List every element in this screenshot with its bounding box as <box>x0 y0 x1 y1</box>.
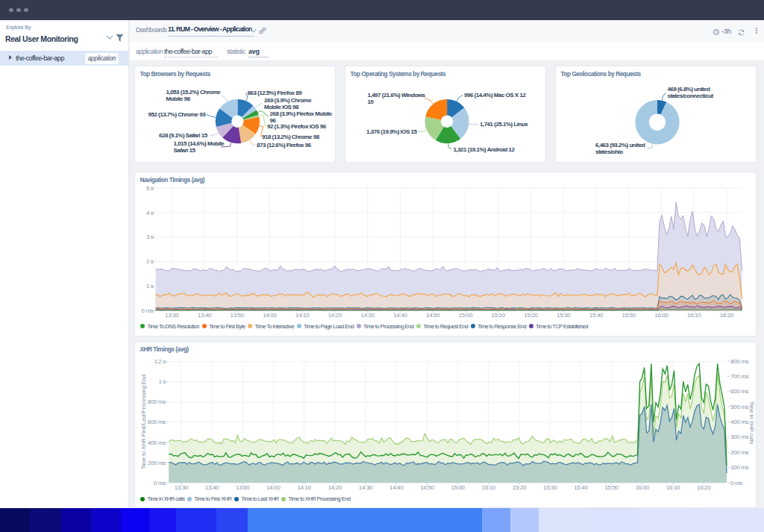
svg-text:0 ms: 0 ms <box>730 479 742 486</box>
svg-text:15:20: 15:20 <box>524 312 538 319</box>
svg-text:Safari 15: Safari 15 <box>174 147 196 154</box>
svg-text:628 (9.1%) Safari 15: 628 (9.1%) Safari 15 <box>159 132 208 139</box>
svg-text:1,053 (15.2%) Chrome: 1,053 (15.2%) Chrome <box>166 89 222 96</box>
svg-text:700 ms: 700 ms <box>730 372 748 379</box>
svg-text:13:40: 13:40 <box>198 312 212 319</box>
svg-text:states/connecticut: states/connecticut <box>668 93 714 99</box>
svg-text:6,463 (93.2%) united: 6,463 (93.2%) united <box>595 142 645 148</box>
svg-text:13:50: 13:50 <box>231 312 245 319</box>
svg-text:1.2 s: 1.2 s <box>154 358 166 365</box>
svg-text:1,321 (19.1%) Android 12: 1,321 (19.1%) Android 12 <box>454 146 516 153</box>
svg-text:92 (1.3%) Firefox iOS 96: 92 (1.3%) Firefox iOS 96 <box>267 123 327 130</box>
svg-text:1,741 (25.1%) Linux: 1,741 (25.1%) Linux <box>480 121 528 128</box>
svg-text:1,497 (21.6%) Windows: 1,497 (21.6%) Windows <box>368 92 426 98</box>
svg-text:15:50: 15:50 <box>622 312 636 319</box>
svg-text:400 ms: 400 ms <box>730 419 748 425</box>
svg-text:600 ms: 600 ms <box>730 388 748 395</box>
svg-text:16:20: 16:20 <box>720 312 734 319</box>
svg-text:16:00: 16:00 <box>654 312 668 319</box>
svg-text:873 (12.6%) Firefox 96: 873 (12.6%) Firefox 96 <box>257 142 312 148</box>
svg-text:15:40: 15:40 <box>589 312 604 319</box>
svg-text:300 ms: 300 ms <box>730 434 748 440</box>
svg-text:states/ohio: states/ohio <box>595 148 623 155</box>
svg-text:469 (6.8%) united: 469 (6.8%) united <box>668 86 710 93</box>
svg-text:10: 10 <box>368 98 375 105</box>
svg-text:200 ms: 200 ms <box>730 448 748 455</box>
svg-text:3 s: 3 s <box>146 234 154 240</box>
svg-text:14:20: 14:20 <box>328 312 342 319</box>
svg-text:16:10: 16:10 <box>687 312 701 319</box>
svg-text:15:30: 15:30 <box>557 312 571 319</box>
svg-text:Mobile 98: Mobile 98 <box>166 96 191 102</box>
svg-text:15:10: 15:10 <box>492 312 506 319</box>
svg-text:800 ms: 800 ms <box>148 398 166 405</box>
svg-text:2 s: 2 s <box>146 258 154 265</box>
svg-text:800 ms: 800 ms <box>730 357 748 364</box>
svg-text:952 (13.7%) Chrome 93: 952 (13.7%) Chrome 93 <box>148 111 207 118</box>
svg-text:0 ms: 0 ms <box>142 307 154 314</box>
svg-text:4 s: 4 s <box>146 210 154 216</box>
svg-text:600 ms: 600 ms <box>148 419 166 425</box>
svg-text:1,015 (14.6%) Mobile: 1,015 (14.6%) Mobile <box>174 140 225 147</box>
svg-text:863 (12.5%) Firefox 89: 863 (12.5%) Firefox 89 <box>248 90 303 96</box>
svg-text:14:40: 14:40 <box>393 312 407 319</box>
svg-text:5 s: 5 s <box>146 185 154 192</box>
svg-text:14:50: 14:50 <box>426 312 440 319</box>
svg-text:268 (3.9%) Firefox Mobile: 268 (3.9%) Firefox Mobile <box>270 110 333 117</box>
svg-text:Mobile iOS 98: Mobile iOS 98 <box>264 104 299 110</box>
svg-text:14:00: 14:00 <box>263 312 277 319</box>
svg-text:14:30: 14:30 <box>361 312 375 319</box>
svg-text:1 s: 1 s <box>146 283 154 290</box>
svg-text:200 ms: 200 ms <box>148 459 166 466</box>
svg-text:13:30: 13:30 <box>165 312 179 319</box>
svg-text:918 (13.2%) Chrome 98: 918 (13.2%) Chrome 98 <box>262 134 320 140</box>
svg-text:14:10: 14:10 <box>295 312 310 319</box>
svg-text:0 ms: 0 ms <box>154 479 166 486</box>
svg-text:996 (14.4%) Mac OS X 12: 996 (14.4%) Mac OS X 12 <box>464 92 526 98</box>
svg-text:500 ms: 500 ms <box>730 403 748 410</box>
svg-text:15:00: 15:00 <box>459 312 473 319</box>
svg-text:400 ms: 400 ms <box>148 439 166 445</box>
svg-text:1 s: 1 s <box>158 378 166 385</box>
svg-text:269 (3.9%) Chrome: 269 (3.9%) Chrome <box>264 97 312 104</box>
svg-text:1,376 (19.9%) iOS 15: 1,376 (19.9%) iOS 15 <box>366 128 417 135</box>
svg-text:100 ms: 100 ms <box>730 464 748 471</box>
